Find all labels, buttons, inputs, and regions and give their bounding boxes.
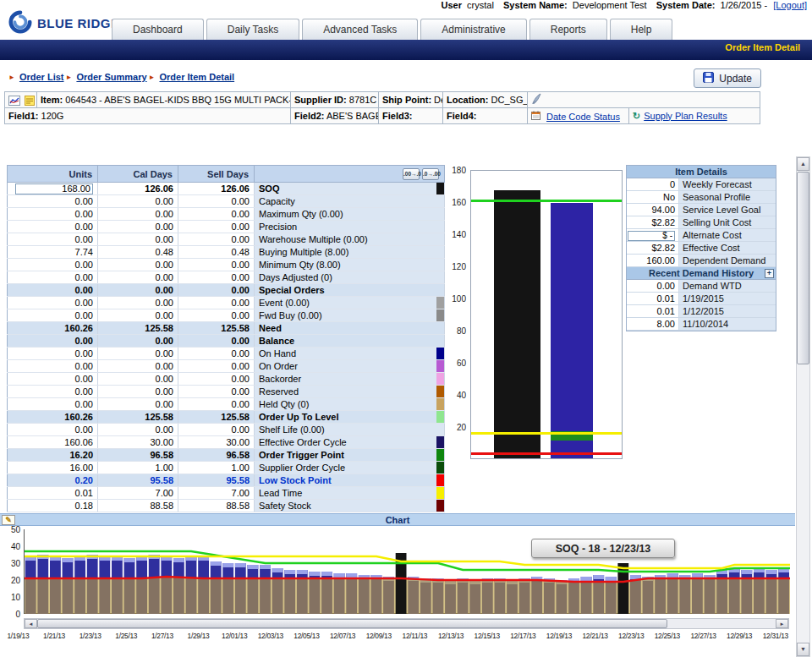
increase-decimal-button[interactable]: .0→.00 — [422, 168, 439, 180]
units-cell: 0.00 — [8, 208, 98, 221]
table-row: 0.2095.5895.58Low Stock Point — [8, 474, 445, 487]
table-row: 0.000.000.00Capacity — [8, 195, 445, 208]
sell-days-cell: 0.00 — [178, 208, 255, 221]
reference-line — [471, 200, 622, 202]
row-label-cell: Maximum Qty (0.00) — [255, 208, 445, 221]
units-cell: 0.00 — [8, 360, 98, 373]
alternate-cost-input[interactable] — [628, 231, 675, 241]
legend-swatch — [436, 398, 444, 410]
soq-units-input[interactable] — [15, 183, 93, 194]
row-label-cell: Supplier Order Cycle — [255, 462, 445, 474]
sell-days-cell: 7.00 — [178, 487, 255, 500]
table-row: 0.000.000.00Backorder — [8, 373, 445, 386]
detail-row: NoSeasonal Profile — [627, 191, 776, 204]
edit-chart-icon[interactable]: ✎ — [2, 515, 15, 525]
units-header[interactable]: Units — [8, 166, 98, 183]
sell-days-cell: 0.00 — [178, 233, 255, 246]
tab-daily-tasks[interactable]: Daily Tasks — [206, 19, 299, 40]
scroll-right-button[interactable]: ► — [776, 619, 788, 628]
chart-section-header: ✎ Chart — [0, 513, 795, 526]
sell-days-cell: 0.00 — [178, 221, 255, 233]
tab-administrative[interactable]: Administrative — [420, 19, 526, 40]
sell-days-cell: 0.00 — [178, 360, 255, 373]
attachment-icon[interactable] — [531, 96, 541, 107]
units-cell: 0.00 — [8, 424, 98, 436]
field1-label: Field1: — [8, 111, 38, 121]
x-axis-label: 12/19/13 — [541, 632, 578, 640]
cal-days-cell: 88.58 — [98, 500, 178, 512]
sell-days-cell: 0.00 — [178, 297, 255, 309]
y-axis-label: 60 — [457, 359, 466, 368]
recent-demand-history-header: Recent Demand History + — [627, 267, 776, 280]
table-row: 0.1888.5888.58Safety Stock — [8, 500, 445, 512]
x-axis-label: 12/27/13 — [685, 632, 721, 640]
scroll-down-button[interactable]: ▼ — [797, 643, 809, 656]
tab-help[interactable]: Help — [610, 19, 673, 40]
legend-swatch — [436, 411, 444, 423]
y-axis-label: 40 — [457, 391, 466, 400]
soq-chart-plot — [470, 170, 623, 459]
breadcrumb-arrow-icon: ► — [8, 74, 15, 81]
breadcrumb-link-order-summary[interactable]: Order Summary — [76, 72, 146, 82]
sell-days-cell: 0.00 — [178, 386, 255, 398]
page-vertical-scrollbar[interactable]: ▲ ▼ — [796, 156, 810, 657]
detail-label: Demand WTD — [679, 280, 776, 292]
row-label-cell: Balance — [255, 335, 445, 348]
date-code-status-link[interactable]: Date Code Status — [546, 112, 620, 122]
table-row: 7.740.480.48Buying Multiple (8.00) — [8, 246, 445, 259]
detail-value — [627, 229, 679, 241]
row-label-cell: Shelf Life (0.00) — [255, 424, 445, 436]
update-button[interactable]: Update — [694, 68, 761, 88]
units-cell: 0.01 — [8, 487, 98, 500]
units-cell: 0.00 — [8, 348, 98, 360]
y-axis-label: 160 — [452, 198, 466, 207]
row-label-cell: Effective Order Cycle — [255, 436, 445, 449]
scroll-left-button[interactable]: ◄ — [25, 619, 37, 628]
planning-table: Units Cal Days Sell Days .00→.0 .0→.00 1… — [7, 165, 445, 512]
detail-row: $2.82Effective Cost — [627, 242, 776, 255]
sell-days-header[interactable]: Sell Days — [178, 166, 255, 183]
detail-value: 94.00 — [627, 204, 679, 216]
row-label-cell: SOQ — [255, 183, 445, 195]
chart-icon[interactable] — [8, 94, 25, 104]
scroll-up-button[interactable]: ▲ — [797, 157, 809, 171]
units-cell: 0.00 — [8, 297, 98, 309]
order-item-detail-screen: User crystal System Name: Development Te… — [0, 0, 812, 657]
x-axis-label: 12/01/13 — [217, 632, 253, 640]
decrease-decimal-button[interactable]: .00→.0 — [403, 168, 420, 180]
legend-swatch — [436, 309, 444, 321]
location-value: DC_SG_092 — [491, 95, 528, 105]
chart-horizontal-scrollbar[interactable]: ◄ ► — [24, 618, 789, 629]
y-axis-label: 100 — [452, 294, 466, 304]
supply-plan-results-link[interactable]: Supply Plan Results — [644, 111, 727, 121]
detail-value: 160.00 — [627, 255, 679, 266]
notes-icon[interactable] — [25, 94, 36, 104]
table-row: 0.000.000.00Precision — [8, 221, 445, 233]
row-label-cell: Fwd Buy (0.00) — [255, 309, 445, 322]
system-date-value: 1/26/2015 - — [721, 0, 768, 10]
horizontal-scrollbar-track[interactable] — [667, 619, 776, 628]
units-cell: 0.18 — [8, 500, 98, 512]
cal-days-header[interactable]: Cal Days — [98, 166, 178, 183]
item-label: Item: — [41, 95, 63, 105]
row-label-cell: Minimum Qty (8.00) — [255, 259, 445, 271]
table-row: 0.000.000.00Fwd Buy (0.00) — [8, 309, 445, 322]
breadcrumb-link-order-list[interactable]: Order List — [19, 72, 64, 82]
expand-demand-history-button[interactable]: + — [765, 269, 774, 278]
cal-days-cell: 0.00 — [98, 373, 178, 386]
tab-dashboard[interactable]: Dashboard — [112, 19, 204, 40]
breadcrumb-link-order-item-detail[interactable]: Order Item Detail — [160, 72, 235, 82]
x-axis-label: 12/09/13 — [360, 632, 397, 640]
refresh-icon: ↻ — [633, 111, 640, 121]
legend-swatch — [436, 449, 444, 461]
vertical-scrollbar-thumb[interactable] — [797, 172, 809, 364]
logout-link[interactable]: [Logout] — [773, 0, 807, 10]
cal-days-cell: 0.48 — [98, 246, 178, 259]
table-row: 0.000.000.00Minimum Qty (8.00) — [8, 259, 445, 271]
sell-days-cell: 1.00 — [178, 462, 255, 474]
detail-value: $2.82 — [627, 242, 679, 254]
sell-days-cell: 125.58 — [178, 322, 255, 335]
tab-advanced-tasks[interactable]: Advanced Tasks — [302, 19, 418, 40]
horizontal-scrollbar-thumb[interactable] — [37, 619, 667, 628]
tab-reports[interactable]: Reports — [529, 19, 607, 40]
